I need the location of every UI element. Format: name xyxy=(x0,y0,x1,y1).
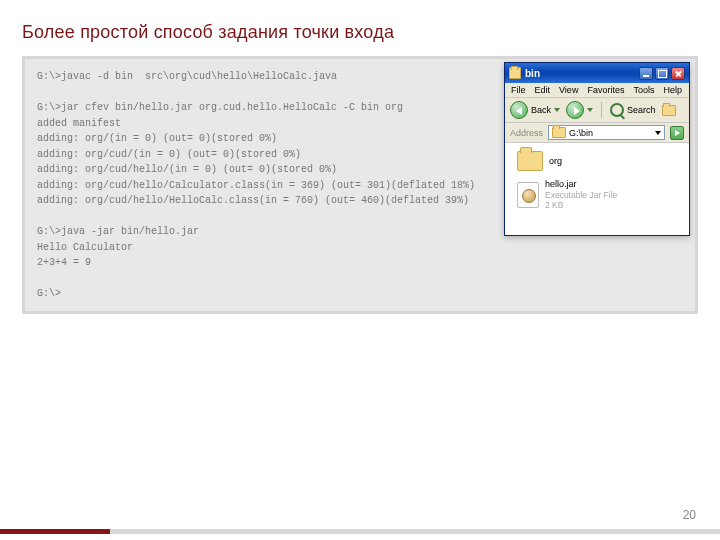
menu-view[interactable]: View xyxy=(559,85,578,95)
close-button[interactable] xyxy=(671,67,685,80)
toolbar: Back Search xyxy=(505,98,689,123)
menu-help[interactable]: Help xyxy=(663,85,682,95)
menu-edit[interactable]: Edit xyxy=(535,85,551,95)
menu-bar: File Edit View Favorites Tools Help xyxy=(505,83,689,98)
folder-icon xyxy=(509,67,521,79)
search-button[interactable]: Search xyxy=(610,103,656,117)
search-icon xyxy=(610,103,624,117)
menu-tools[interactable]: Tools xyxy=(633,85,654,95)
minimize-button[interactable] xyxy=(639,67,653,80)
slide-title: Более простой способ задания точки входа xyxy=(22,22,394,43)
jar-icon xyxy=(517,182,539,208)
chevron-down-icon xyxy=(655,131,661,135)
address-value: G:\bin xyxy=(569,128,593,138)
list-item[interactable]: hello.jar Executable Jar File 2 KB xyxy=(517,179,677,210)
titlebar: bin xyxy=(505,63,689,83)
address-bar: Address G:\bin xyxy=(505,123,689,143)
go-button[interactable] xyxy=(670,126,684,140)
item-meta: Executable Jar File 2 KB xyxy=(545,190,617,210)
address-label: Address xyxy=(510,128,543,138)
back-label: Back xyxy=(531,105,551,115)
item-name: org xyxy=(549,156,562,167)
explorer-window: bin File Edit View Favorites Tools Help … xyxy=(504,62,690,236)
chevron-down-icon xyxy=(587,108,593,112)
page-number: 20 xyxy=(683,508,696,522)
chevron-down-icon xyxy=(554,108,560,112)
folders-button[interactable] xyxy=(662,105,676,116)
back-arrow-icon xyxy=(510,101,528,119)
menu-file[interactable]: File xyxy=(511,85,526,95)
menu-favorites[interactable]: Favorites xyxy=(587,85,624,95)
search-label: Search xyxy=(627,105,656,115)
footer-accent xyxy=(0,529,720,534)
maximize-button[interactable] xyxy=(655,67,669,80)
separator xyxy=(601,102,602,118)
list-item[interactable]: org xyxy=(517,151,677,171)
back-button[interactable]: Back xyxy=(510,101,560,119)
folders-icon xyxy=(662,105,676,116)
forward-button[interactable] xyxy=(566,101,593,119)
file-list: org hello.jar Executable Jar File 2 KB xyxy=(505,143,689,235)
window-title: bin xyxy=(525,68,639,79)
folder-icon xyxy=(552,127,566,138)
folder-icon xyxy=(517,151,543,171)
forward-arrow-icon xyxy=(566,101,584,119)
address-field[interactable]: G:\bin xyxy=(548,125,665,140)
item-name: hello.jar xyxy=(545,179,617,190)
